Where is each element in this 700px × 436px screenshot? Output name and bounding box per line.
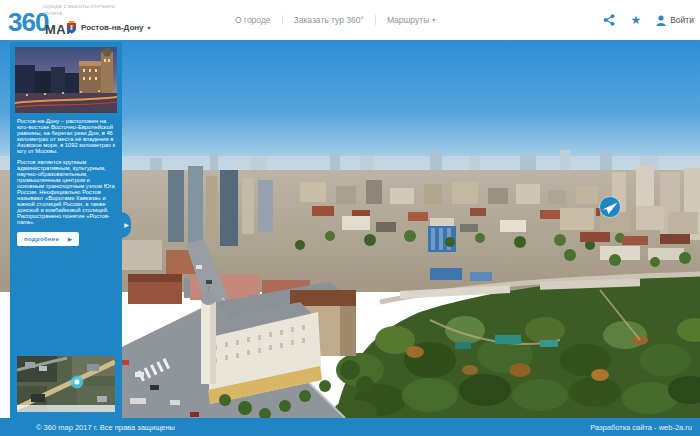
main-nav: О городе Заказать тур 360° Маршруты ▾	[235, 0, 435, 40]
logo-tagline: города с высоты птичьего полета.	[43, 3, 115, 17]
header-actions: ★ Войти	[603, 0, 694, 40]
about-paragraph-1: Ростов-на-Дону – расположен на юго-восто…	[17, 118, 115, 154]
panorama-hotspot[interactable]	[600, 197, 621, 218]
login-button[interactable]: Войти	[656, 15, 694, 26]
nav-order-tour[interactable]: Заказать тур 360°	[294, 15, 364, 25]
minimap[interactable]: © Antrix Corporation Ltd, © Яндекс Услов…	[17, 356, 115, 412]
nav-routes[interactable]: Маршруты ▾	[387, 15, 435, 25]
site-logo[interactable]: 360 MAP города с высоты птичьего полета.	[8, 0, 128, 40]
chevron-right-icon: ▶	[124, 222, 129, 228]
nav-divider	[282, 15, 283, 25]
header: 360 MAP города с высоты птичьего полета.…	[0, 0, 700, 40]
more-button-label: подробнее	[24, 236, 59, 242]
chevron-down-icon: ▾	[148, 25, 151, 31]
nav-routes-label: Маршруты	[387, 15, 429, 25]
city-selector[interactable]: Ростов-на-Дону ▾	[66, 21, 151, 34]
login-label: Войти	[670, 15, 694, 25]
developer-credit-link[interactable]: Разработка сайта - web-2a.ru	[590, 423, 692, 432]
nav-divider	[375, 15, 376, 25]
copyright-text: © 360 map 2017 г. Все права защищены	[36, 423, 175, 432]
play-arrow-icon: ▶	[68, 237, 72, 242]
user-icon	[656, 15, 666, 26]
city-night-photo	[15, 47, 117, 113]
chevron-down-icon: ▾	[432, 17, 435, 23]
city-selector-label: Ростов-на-Дону	[81, 23, 144, 32]
city-crest-icon	[66, 21, 77, 34]
favorite-star-icon[interactable]: ★	[630, 14, 641, 26]
city-info-sidebar: Ростов-на-Дону – расположен на юго-восто…	[10, 42, 122, 418]
about-paragraph-2: Ростов является крупным административным…	[17, 159, 115, 225]
more-button[interactable]: подробнее ▶	[17, 232, 79, 246]
nav-about-city[interactable]: О городе	[235, 15, 271, 25]
footer: © 360 map 2017 г. Все права защищены Раз…	[0, 418, 700, 436]
panorama-viewer[interactable]: Ростов-на-Дону – расположен на юго-восто…	[0, 40, 700, 418]
page: 360 MAP города с высоты птичьего полета.…	[0, 0, 700, 436]
share-icon[interactable]	[603, 14, 615, 26]
map-attribution[interactable]: © Antrix Corporation Ltd, © Яндекс Услов…	[17, 405, 115, 412]
